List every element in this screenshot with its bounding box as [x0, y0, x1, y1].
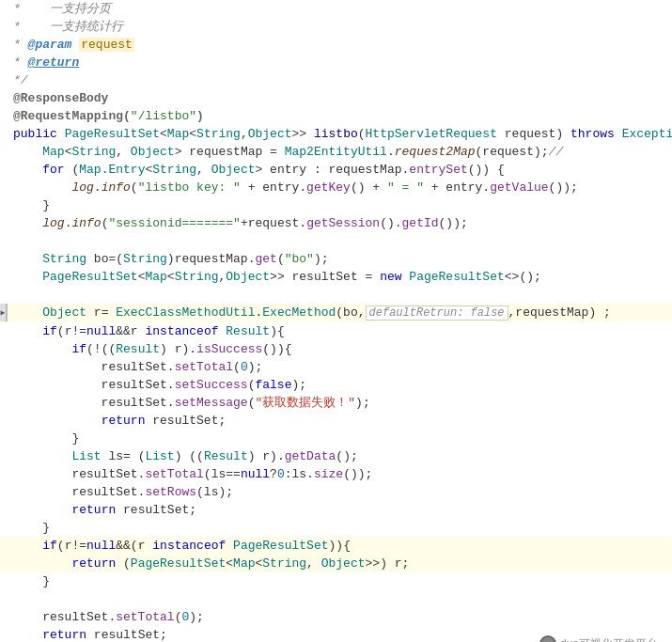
code-content: @RequestMapping("/listbo"): [8, 107, 672, 125]
code-content: log.info("sessionid======="+request.getS…: [8, 214, 672, 232]
code-content: Map<String, Object> requestMap = Map2Ent…: [8, 143, 672, 161]
code-line: if(!((Result) r).isSuccess()){: [0, 340, 672, 358]
code-line: Map<String, Object> requestMap = Map2Ent…: [0, 143, 672, 161]
code-line: }: [0, 572, 672, 590]
code-content: * @param request: [8, 36, 672, 54]
code-content: resultSet.setTotal(0);: [8, 608, 672, 626]
code-line: String bo=(String)requestMap.get("bo");: [0, 250, 672, 268]
code-content: return (PageResultSet<Map<String, Object…: [8, 555, 672, 572]
code-content: resultSet.setMessage("获取数据失败！");: [8, 394, 672, 412]
code-content: for (Map.Entry<String, Object> entry : r…: [8, 161, 672, 179]
code-content: return resultSet;: [8, 501, 672, 519]
code-line: }: [0, 430, 672, 447]
code-line: for (Map.Entry<String, Object> entry : r…: [0, 161, 672, 179]
watermark: D duo可视化开发平台: [539, 635, 658, 642]
code-content: [8, 232, 672, 250]
code-line: [0, 590, 672, 608]
code-line: @ResponseBody: [0, 89, 672, 107]
code-line: * 一支持分页: [0, 0, 672, 18]
code-content: resultSet.setTotal(0);: [8, 358, 672, 376]
code-content: }: [8, 430, 672, 447]
code-content: Object r= ExecClassMethodUtil.ExecMethod…: [8, 304, 672, 322]
code-line: return resultSet;: [0, 412, 672, 430]
code-line: if(r!=null&&r instanceof Result){: [0, 322, 672, 340]
code-line: public PageResultSet<Map<String,Object>>…: [0, 125, 672, 143]
line-gutter-arrow: ▶: [0, 304, 8, 321]
code-content: if(r!=null&&(r instanceof PageResultSet)…: [8, 537, 672, 555]
code-content: log.info("listbo key: " + entry.getKey()…: [8, 179, 672, 196]
code-line: List ls= (List) ((Result) r).getData();: [0, 447, 672, 465]
code-line: */: [0, 71, 672, 89]
code-line: * 一支持统计行: [0, 18, 672, 36]
code-line: resultSet.setRows(ls);: [0, 483, 672, 501]
code-line: resultSet.setSuccess(false);: [0, 376, 672, 394]
code-line-highlighted: ▶ Object r= ExecClassMethodUtil.ExecMeth…: [0, 304, 672, 322]
code-content: [8, 286, 672, 304]
code-content: }: [8, 519, 672, 537]
code-content: if(r!=null&&r instanceof Result){: [8, 322, 672, 340]
code-content: @ResponseBody: [8, 89, 672, 107]
code-line: [0, 286, 672, 304]
code-content: resultSet.setRows(ls);: [8, 483, 672, 501]
code-line: * @param request: [0, 36, 672, 54]
code-line: resultSet.setMessage("获取数据失败！");: [0, 394, 672, 412]
code-content: PageResultSet<Map<String,Object>> result…: [8, 268, 672, 286]
code-content: resultSet.setSuccess(false);: [8, 376, 672, 394]
code-content: return resultSet;: [8, 412, 672, 430]
code-line: resultSet.setTotal(ls==null?0:ls.size())…: [0, 465, 672, 483]
code-line: }: [0, 196, 672, 214]
code-line: * @return: [0, 54, 672, 71]
code-content: }: [8, 196, 672, 214]
code-content: * 一支持分页: [8, 0, 672, 18]
code-content: String bo=(String)requestMap.get("bo");: [8, 250, 672, 268]
code-line: }: [0, 519, 672, 537]
code-line: PageResultSet<Map<String,Object>> result…: [0, 268, 672, 286]
code-editor: * 一支持分页 * 一支持统计行 * @param request * @ret…: [0, 0, 672, 642]
watermark-text: duo可视化开发平台: [560, 636, 658, 643]
code-content: [8, 590, 672, 608]
code-line: @RequestMapping("/listbo"): [0, 107, 672, 125]
code-content: if(!((Result) r).isSuccess()){: [8, 340, 672, 358]
code-line: resultSet.setTotal(0);: [0, 358, 672, 376]
code-content: * 一支持统计行: [8, 18, 672, 36]
code-content: */: [8, 71, 672, 89]
code-line: return resultSet;: [0, 501, 672, 519]
code-line: log.info("sessionid======="+request.getS…: [0, 214, 672, 232]
code-line: resultSet.setTotal(0);: [0, 608, 672, 626]
code-line-highlighted2: return (PageResultSet<Map<String, Object…: [0, 555, 672, 572]
code-content: public PageResultSet<Map<String,Object>>…: [8, 125, 672, 143]
code-line-highlighted2: if(r!=null&&(r instanceof PageResultSet)…: [0, 537, 672, 555]
code-content: List ls= (List) ((Result) r).getData();: [8, 447, 672, 465]
watermark-icon: D: [539, 635, 556, 642]
code-content: }: [8, 572, 672, 590]
code-line: log.info("listbo key: " + entry.getKey()…: [0, 179, 672, 196]
code-line: [0, 232, 672, 250]
code-content: * @return: [8, 54, 672, 71]
code-content: resultSet.setTotal(ls==null?0:ls.size())…: [8, 465, 672, 483]
